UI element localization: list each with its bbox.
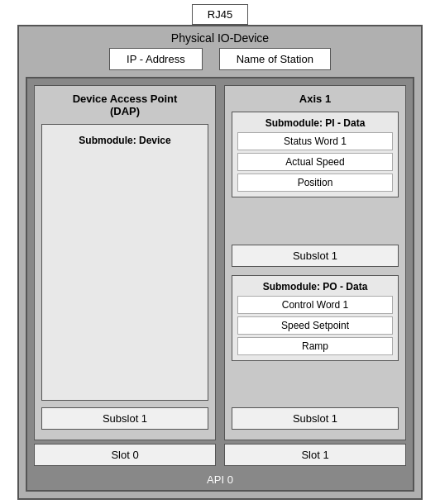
diagram: RJ45 Physical IO-Device IP - Address Nam… [5,4,435,500]
ip-address-box: IP - Address [109,48,203,70]
pi-item-0: Status Word 1 [237,132,393,150]
dap-slot-panel: Device Access Point(DAP) Submodule: Devi… [34,85,216,440]
rj45-label: RJ45 [192,4,248,25]
slot-label-row: Slot 0 Slot 1 [27,440,413,469]
address-row: IP - Address Name of Station [109,48,331,70]
pi-item-2: Position [237,174,393,192]
name-of-station-box: Name of Station [219,48,331,70]
dap-submodule: Submodule: Device [41,124,208,401]
po-item-0: Control Word 1 [237,296,393,314]
dap-submodule-title: Submodule: Device [47,135,203,146]
physical-device-label: Physical IO-Device [19,26,421,48]
api-container: Device Access Point(DAP) Submodule: Devi… [26,77,414,492]
physical-io-device: Physical IO-Device IP - Address Name of … [17,25,423,500]
pi-data-submodule: Submodule: PI - Data Status Word 1 Actua… [232,112,399,197]
dap-title: Device Access Point(DAP) [41,93,208,117]
slot1-label: Slot 1 [224,444,406,466]
po-data-title: Submodule: PO - Data [237,281,393,292]
po-item-2: Ramp [237,337,393,355]
axis1-subslot2: Subslot 1 [232,407,399,430]
po-data-submodule: Submodule: PO - Data Control Word 1 Spee… [232,275,399,361]
pi-item-1: Actual Speed [237,153,393,171]
dap-subslot: Subslot 1 [41,407,208,430]
axis1-title: Axis 1 [232,93,399,105]
rj45-container: RJ45 [192,4,248,25]
po-item-1: Speed Setpoint [237,316,393,335]
pi-data-title: Submodule: PI - Data [237,117,393,129]
axis1-subslot1: Subslot 1 [232,245,399,267]
slots-row: Device Access Point(DAP) Submodule: Devi… [27,78,413,440]
axis1-slot-panel: Axis 1 Submodule: PI - Data Status Word … [224,85,406,440]
api-label: API 0 [27,469,413,490]
slot0-label: Slot 0 [34,444,216,466]
